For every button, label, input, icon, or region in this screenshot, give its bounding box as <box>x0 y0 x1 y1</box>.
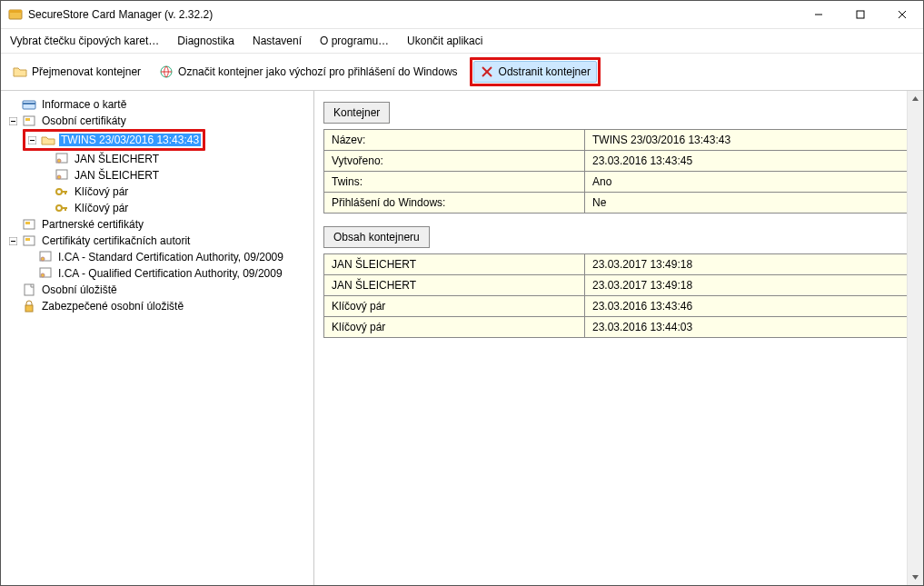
content-date: 23.03.2016 13:43:46 <box>585 296 910 317</box>
tree-secure-store-label: Zabezpečené osobní úložiště <box>40 300 185 313</box>
content-name: Klíčový pár <box>324 317 585 338</box>
card-icon <box>22 97 36 112</box>
minimize-button[interactable] <box>798 1 840 28</box>
svg-point-21 <box>56 189 62 194</box>
body: Informace o kartě Osobní certifikáty <box>1 91 923 585</box>
table-row: Vytvořeno:23.03.2016 13:43:45 <box>324 151 910 172</box>
delete-container-button[interactable]: Odstranit kontejner <box>473 61 597 83</box>
svg-point-20 <box>57 175 61 179</box>
menu-select-reader[interactable]: Vybrat čtečku čipových karet… <box>8 33 161 49</box>
content-date: 23.03.2016 13:44:03 <box>585 317 910 338</box>
svg-rect-1 <box>9 10 22 13</box>
app-window: SecureStore Card Manager (v. 2.32.2) Vyb… <box>0 0 924 586</box>
selected-highlight: TWINS 23/03/2016 13:43:43 <box>23 129 205 151</box>
titlebar: SecureStore Card Manager (v. 2.32.2) <box>1 1 923 28</box>
rename-container-button[interactable]: Přejmenovat kontejner <box>6 61 147 83</box>
svg-rect-32 <box>25 238 30 241</box>
svg-rect-9 <box>23 101 35 109</box>
content-date: 23.03.2017 13:49:18 <box>585 254 910 275</box>
svg-rect-38 <box>25 305 33 312</box>
svg-point-18 <box>57 159 61 163</box>
tree-ica-standard-label: I.CA - Standard Certification Authority,… <box>56 251 285 263</box>
tree-cert-jan-1-label: JAN ŠLEICHERT <box>73 153 161 165</box>
menu-settings[interactable]: Nastavení <box>251 33 303 49</box>
content-name: Klíčový pár <box>324 296 585 317</box>
svg-point-24 <box>56 205 62 211</box>
tree-ica-standard[interactable]: I.CA - Standard Certification Authority,… <box>23 249 310 265</box>
key-icon <box>55 184 69 199</box>
tree-twins-label: TWINS 23/03/2016 13:43:43 <box>59 134 201 146</box>
close-button[interactable] <box>881 1 923 28</box>
tree-ca-certs[interactable]: Certifikáty certifikačních autorit <box>6 233 310 249</box>
tree-keypair-1[interactable]: Klíčový pár <box>39 184 310 200</box>
delete-container-label: Odstranit kontejner <box>499 65 591 78</box>
menubar: Vybrat čtečku čipových karet… Diagnostik… <box>1 28 923 53</box>
prop-name-label: Název: <box>324 130 585 151</box>
maximize-button[interactable] <box>840 1 881 28</box>
cert-folder-icon <box>22 233 36 248</box>
menu-quit[interactable]: Ukončit aplikaci <box>405 33 484 49</box>
window-buttons <box>798 1 923 28</box>
tree-ca-certs-label: Certifikáty certifikačních autorit <box>40 234 192 247</box>
spacer <box>8 100 18 110</box>
table-row: Přihlášení do Windows:Ne <box>324 193 910 214</box>
tree-personal-store-label: Osobní úložiště <box>40 283 119 296</box>
detail-panel: Kontejner Název:TWINS 23/03/2016 13:43:4… <box>314 91 923 585</box>
certificate-icon <box>38 266 53 281</box>
collapse-icon[interactable] <box>8 116 18 126</box>
table-row: JAN ŠLEICHERT23.03.2017 13:49:18 <box>324 254 910 275</box>
certificate-icon <box>38 250 53 264</box>
tree-card-info[interactable]: Informace o kartě <box>6 96 310 113</box>
lock-icon <box>22 299 36 313</box>
page-icon <box>22 283 36 297</box>
svg-point-34 <box>41 257 45 261</box>
mark-default-label: Označit kontejner jako výchozí pro přihl… <box>178 65 457 78</box>
content-name: JAN ŠLEICHERT <box>324 254 585 275</box>
tree-personal-store[interactable]: Osobní úložiště <box>6 282 310 298</box>
tree-partner-certs[interactable]: Partnerské certifikáty <box>6 216 310 233</box>
container-content-table: JAN ŠLEICHERT23.03.2017 13:49:18 JAN ŠLE… <box>323 253 910 338</box>
content-name: JAN ŠLEICHERT <box>324 275 585 296</box>
table-row: Název:TWINS 23/03/2016 13:43:43 <box>324 130 910 151</box>
svg-rect-28 <box>25 222 30 224</box>
mark-default-button[interactable]: Označit kontejner jako výchozí pro přihl… <box>153 61 463 83</box>
scroll-up-icon[interactable] <box>908 91 923 106</box>
svg-rect-3 <box>857 11 864 18</box>
table-row: Twins:Ano <box>324 172 910 193</box>
tree-partner-certs-label: Partnerské certifikáty <box>40 218 145 231</box>
toolbar: Přejmenovat kontejner Označit kontejner … <box>1 53 923 91</box>
prop-created-value: 23.03.2016 13:43:45 <box>585 151 910 172</box>
container-props-table: Název:TWINS 23/03/2016 13:43:43 Vytvořen… <box>323 129 910 214</box>
tree-twins-container[interactable]: TWINS 23/03/2016 13:43:43 <box>25 132 203 148</box>
tree-cert-jan-1[interactable]: JAN ŠLEICHERT <box>39 151 310 167</box>
cert-folder-icon <box>22 217 36 232</box>
scroll-down-icon[interactable] <box>908 570 923 585</box>
tree-ica-qualified[interactable]: I.CA - Qualified Certification Authority… <box>23 265 310 282</box>
content-header: Obsah kontejneru <box>323 226 430 248</box>
prop-created-label: Vytvořeno: <box>324 151 585 172</box>
tree-keypair-2[interactable]: Klíčový pár <box>39 200 310 216</box>
collapse-icon[interactable] <box>27 135 37 145</box>
prop-winlogon-value: Ne <box>585 193 910 214</box>
tree-cert-jan-2-label: JAN ŠLEICHERT <box>73 169 161 182</box>
menu-about[interactable]: O programu… <box>318 33 391 49</box>
table-row: Klíčový pár23.03.2016 13:44:03 <box>324 317 910 338</box>
tree-keypair-1-label: Klíčový pár <box>73 185 130 198</box>
tree-personal-certs[interactable]: Osobní certifikáty <box>6 113 310 129</box>
tree-panel: Informace o kartě Osobní certifikáty <box>1 91 314 585</box>
scrollbar[interactable] <box>907 91 923 585</box>
delete-icon <box>480 65 494 79</box>
container-icon <box>41 133 55 147</box>
table-row: JAN ŠLEICHERT23.03.2017 13:49:18 <box>324 275 910 296</box>
table-row: Klíčový pár23.03.2016 13:43:46 <box>324 296 910 317</box>
tree-cert-jan-2[interactable]: JAN ŠLEICHERT <box>39 167 310 184</box>
container-header: Kontejner <box>323 102 390 124</box>
tree-card-info-label: Informace o kartě <box>40 98 128 111</box>
certificate-icon <box>55 152 69 166</box>
collapse-icon[interactable] <box>8 236 18 246</box>
menu-diagnostics[interactable]: Diagnostika <box>175 33 236 49</box>
prop-winlogon-label: Přihlášení do Windows: <box>324 193 585 214</box>
tree-secure-store[interactable]: Zabezpečené osobní úložiště <box>6 298 310 314</box>
prop-twins-label: Twins: <box>324 172 585 193</box>
certificate-icon <box>55 168 69 183</box>
